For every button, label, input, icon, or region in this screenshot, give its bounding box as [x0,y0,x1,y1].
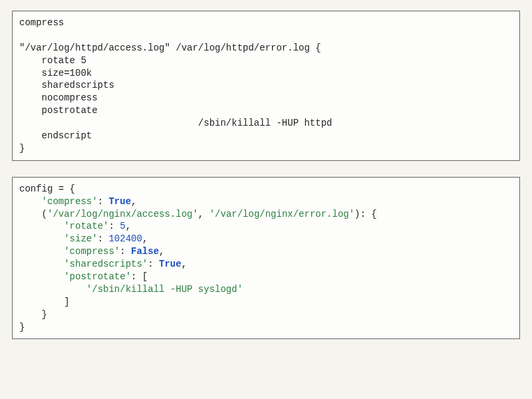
logrotate-config-box: compress "/var/log/httpd/access.log" /va… [12,11,520,161]
code-line: config = { [19,184,75,194]
code-line: 'postrotate': [ [19,271,148,282]
code-line: sharedscripts [19,80,114,90]
python-dict-box: config = { 'compress': True, ('/var/log/… [12,177,520,340]
code-line: ] [19,297,70,307]
code-line: 'compress': True, [19,196,136,207]
code-line: 'compress': False, [19,246,164,257]
code-line: /sbin/killall -HUP httpd [19,118,332,128]
code-line: endscript [19,130,92,141]
code-line: 'rotate': 5, [19,221,131,231]
code-line: ('/var/log/nginx/access.log', '/var/log/… [19,209,377,219]
code-line: compress [19,17,64,28]
code-line: postrotate [19,105,98,116]
code-line: nocompress [19,92,98,103]
code-line: 'sharedscripts': True, [19,259,187,269]
code-line: rotate 5 [19,55,86,66]
code-line: '/sbin/killall -HUP syslogd' [19,284,243,295]
code-line: } [19,322,25,332]
code-line: size=100k [19,68,92,78]
code-line: } [19,309,47,320]
code-line: } [19,143,25,154]
code-line: "/var/log/httpd/access.log" /var/log/htt… [19,43,321,53]
code-line: 'size': 102400, [19,233,148,244]
